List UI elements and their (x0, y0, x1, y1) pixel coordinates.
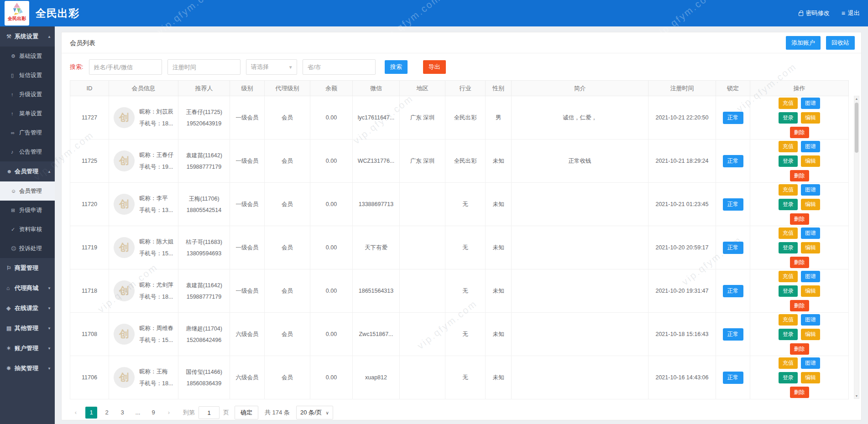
page-size-select[interactable]: 20 条/页 ∨ (296, 406, 333, 419)
delete-button[interactable]: 删除 (790, 300, 809, 311)
edit-button[interactable]: 编辑 (801, 199, 820, 210)
sidebar-item-basic-settings[interactable]: ⚙基础设置 (0, 47, 55, 66)
sidebar-item-label: 基础设置 (19, 52, 51, 60)
page-number-2[interactable]: 2 (101, 407, 113, 419)
sidebar-item-upgrade-apply[interactable]: ⊞升级申请 (0, 201, 55, 220)
edit-button[interactable]: 编辑 (801, 242, 820, 253)
recharge-button[interactable]: 充值 (779, 357, 798, 369)
graph-button[interactable]: 图谱 (801, 314, 820, 326)
sidebar-item-menu-settings[interactable]: ↑菜单设置 (0, 104, 55, 123)
page-number-9[interactable]: 9 (147, 407, 159, 419)
sidebar-item-notice-management[interactable]: ♪公告管理 (0, 142, 55, 161)
edit-button[interactable]: 编辑 (801, 155, 820, 167)
register-time-input[interactable] (167, 59, 241, 75)
action-buttons: 充值图谱登录编辑删除 (772, 98, 827, 138)
scroll-up-icon[interactable]: ▲ (854, 97, 859, 100)
menu-settings-icon: ↑ (11, 111, 19, 116)
edit-button[interactable]: 编辑 (801, 329, 820, 340)
table-row: 11727 创 昵称：刘苡辰 手机号：18... 王春仔(11725) 1952… (70, 96, 849, 140)
sidebar-item-lottery-management[interactable]: ✵抽奖管理▼ (0, 358, 55, 378)
recharge-button[interactable]: 充值 (779, 314, 798, 326)
member-phone: 18... (162, 120, 173, 127)
confirm-page-button[interactable]: 确定 (235, 406, 258, 419)
sidebar-item-member-list[interactable]: ☺会员管理 (0, 181, 55, 201)
column-header: ID (70, 81, 109, 96)
edit-button[interactable]: 编辑 (801, 372, 820, 383)
export-button[interactable]: 导出 (423, 60, 446, 74)
sidebar-item-data-audit[interactable]: ✓资料审核 (0, 220, 55, 239)
region: 广东 深圳 (400, 140, 445, 183)
sidebar-item-label: 账户管理 (15, 344, 47, 352)
delete-button[interactable]: 删除 (790, 343, 809, 355)
sidebar-item-system-settings[interactable]: ⚒系统设置▲ (0, 26, 55, 47)
login-button[interactable]: 登录 (779, 155, 798, 167)
province-city-input[interactable] (303, 59, 376, 75)
graph-button[interactable]: 图谱 (801, 357, 820, 369)
member-nick: 尤剑萍 (157, 282, 174, 288)
column-header: 行业 (445, 81, 486, 96)
recharge-button[interactable]: 充值 (779, 228, 798, 239)
member-phone: 15... (162, 250, 173, 257)
page-size-value: 20 条/页 (300, 408, 322, 417)
login-button[interactable]: 登录 (779, 242, 798, 253)
action-buttons: 充值图谱登录编辑删除 (772, 228, 827, 268)
balance: 0.00 (310, 96, 353, 140)
balance: 0.00 (310, 313, 353, 356)
sidebar-item-account-management[interactable]: ✶账户管理▼ (0, 338, 55, 358)
sidebar-item-agent-mall[interactable]: ⌂代理商城▼ (0, 278, 55, 298)
member-id: 11727 (70, 96, 109, 140)
change-password-link[interactable]: 密码修改 (799, 9, 830, 17)
recharge-button[interactable]: 充值 (779, 184, 798, 196)
page-number-3[interactable]: 3 (116, 407, 128, 419)
sidebar-item-sms-settings[interactable]: ▯短信设置 (0, 66, 55, 85)
sidebar-item-online-classroom[interactable]: ◈在线课堂▼ (0, 298, 55, 318)
login-button[interactable]: 登录 (779, 329, 798, 340)
recharge-button[interactable]: 充值 (779, 141, 798, 152)
vertical-scrollbar[interactable]: ▲ ▼ (854, 96, 859, 399)
wechat: xuap812 (353, 356, 400, 399)
login-button[interactable]: 登录 (779, 285, 798, 297)
keyword-input[interactable] (89, 59, 162, 75)
prev-page-button[interactable]: ‹ (70, 407, 82, 419)
graph-button[interactable]: 图谱 (801, 271, 820, 282)
delete-button[interactable]: 删除 (790, 387, 809, 398)
recharge-button[interactable]: 充值 (779, 98, 798, 109)
delete-button[interactable]: 删除 (790, 213, 809, 225)
recycle-bin-button[interactable]: 回收站 (826, 36, 855, 50)
edit-button[interactable]: 编辑 (801, 112, 820, 124)
logout-link[interactable]: ≡ 退出 (842, 9, 860, 17)
goto-page-input[interactable] (199, 406, 220, 419)
delete-button[interactable]: 删除 (790, 127, 809, 138)
login-button[interactable]: 登录 (779, 199, 798, 210)
gender: 未知 (486, 183, 512, 226)
graph-button[interactable]: 图谱 (801, 98, 820, 109)
login-button[interactable]: 登录 (779, 372, 798, 383)
next-page-button[interactable]: › (163, 407, 175, 419)
graph-button[interactable]: 图谱 (801, 184, 820, 196)
industry: 无 (445, 269, 486, 313)
page-number-1[interactable]: 1 (85, 407, 97, 419)
scrollbar-thumb[interactable] (855, 103, 858, 153)
delete-button[interactable]: 删除 (790, 257, 809, 268)
login-button[interactable]: 登录 (779, 112, 798, 124)
sidebar-item-member-management[interactable]: ☻会员管理▲ (0, 161, 55, 181)
sidebar-item-complaint-handle[interactable]: ☹投诉处理 (0, 239, 55, 258)
sidebar-item-league-management[interactable]: ⚐商盟管理 (0, 258, 55, 278)
graph-button[interactable]: 图谱 (801, 141, 820, 152)
register-time: 2021-10-21 22:20:50 (648, 96, 716, 140)
graph-button[interactable]: 图谱 (801, 228, 820, 239)
search-button[interactable]: 搜索 (385, 60, 408, 74)
recharge-button[interactable]: 充值 (779, 271, 798, 282)
sidebar-item-ad-management[interactable]: ∞广告管理 (0, 123, 55, 142)
scroll-down-icon[interactable]: ▼ (854, 394, 859, 398)
sidebar-item-upgrade-settings[interactable]: ↑升级设置 (0, 85, 55, 104)
delete-button[interactable]: 删除 (790, 170, 809, 181)
add-account-button[interactable]: 添加账户 (786, 36, 821, 50)
sidebar-item-other-management[interactable]: ▤其他管理▼ (0, 318, 55, 338)
basic-settings-icon: ⚙ (11, 53, 19, 59)
status-badge: 正常 (723, 285, 743, 297)
agent-mall-icon: ⌂ (6, 285, 15, 291)
app-logo[interactable]: 全民出彩 (5, 1, 29, 26)
filter-select[interactable]: 请选择 ▼ (246, 59, 297, 75)
edit-button[interactable]: 编辑 (801, 285, 820, 297)
